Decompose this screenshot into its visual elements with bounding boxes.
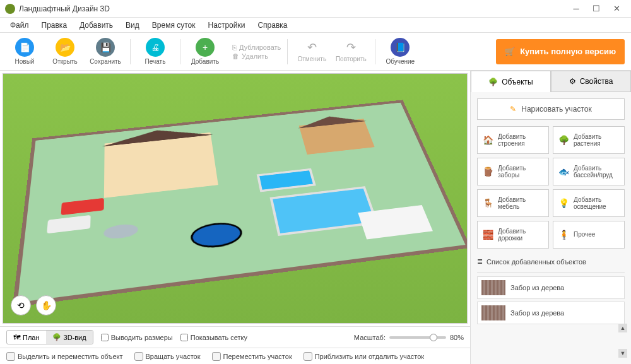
add-button[interactable]: + Добавить: [187, 35, 223, 68]
menu-view[interactable]: Вид: [121, 19, 144, 32]
move-plot-tool[interactable]: Переместить участок: [212, 352, 292, 361]
fountain: [103, 223, 138, 240]
buy-button[interactable]: 🛒 Купить полную версию: [496, 39, 625, 64]
category-icon: 🏠: [481, 134, 494, 146]
trash-icon: 🗑: [232, 52, 239, 60]
tab-objects[interactable]: 🌳Объекты: [471, 71, 551, 92]
minimize-button[interactable]: ─: [567, 3, 586, 15]
new-button[interactable]: 📄 Новый: [6, 35, 43, 68]
category-icon: 🧱: [481, 228, 494, 241]
category-label: Добавитьмебель: [498, 196, 526, 211]
draw-plot-button[interactable]: ✎Нарисовать участок: [477, 98, 625, 120]
add-object-button-0[interactable]: 🏠Добавитьстроения: [477, 126, 549, 154]
small-pool: [257, 168, 316, 192]
select-move-tool[interactable]: Выделить и переместить объект: [6, 352, 123, 361]
rotate-plot-tool[interactable]: Вращать участок: [134, 352, 201, 361]
pencil-icon: ✎: [510, 105, 516, 114]
car-white: [47, 215, 91, 233]
object-list-item[interactable]: Забор из дерева: [477, 276, 625, 299]
titlebar: Ландшафтный Дизайн 3D ─ ☐ ✕: [0, 0, 631, 18]
add-object-button-5[interactable]: 💡Добавитьосвещение: [553, 189, 625, 217]
category-icon: 🐟: [557, 165, 570, 178]
fence-thumb: [481, 280, 505, 295]
menu-settings[interactable]: Настройки: [203, 19, 251, 32]
undo-icon: ↶: [307, 40, 317, 56]
open-button[interactable]: 📂 Открыть: [47, 35, 83, 68]
separator: [130, 39, 131, 64]
save-icon: 💾: [96, 38, 115, 57]
orbit-tool[interactable]: ⟲: [11, 295, 31, 315]
scale-value: 80%: [450, 334, 464, 341]
close-button[interactable]: ✕: [607, 3, 626, 15]
side-panel: 🌳Объекты ⚙Свойства ✎Нарисовать участок 🏠…: [471, 71, 631, 364]
zoom-icon: [304, 352, 312, 361]
redo-button[interactable]: ↷ Повторить: [333, 40, 369, 62]
menu-file[interactable]: Файл: [5, 19, 34, 32]
guest-house: [299, 119, 375, 155]
separator: [287, 39, 288, 64]
cart-icon: 🛒: [505, 47, 515, 56]
car-red: [61, 198, 104, 216]
menu-time[interactable]: Время суток: [147, 19, 201, 32]
3d-view-button[interactable]: 🌳3D-вид: [46, 331, 93, 344]
menu-add[interactable]: Добавить: [74, 19, 118, 32]
maximize-button[interactable]: ☐: [587, 3, 606, 15]
category-label: Добавитьрастения: [574, 133, 601, 148]
tutorial-button[interactable]: 📘 Обучение: [382, 35, 418, 68]
duplicate-button[interactable]: ⎘Дублировать: [232, 44, 281, 51]
show-grid-checkbox[interactable]: Показывать сетку: [180, 334, 247, 341]
add-object-button-3[interactable]: 🐟Добавитьбассейн/пруд: [553, 158, 625, 185]
object-list-item[interactable]: Забор из дерева: [477, 302, 625, 324]
zoom-plot-tool[interactable]: Приблизить или отдалить участок: [304, 352, 424, 361]
add-object-button-6[interactable]: 🧱Добавитьдорожки: [477, 221, 549, 249]
category-label: Добавитьбассейн/пруд: [574, 165, 613, 179]
add-object-button-2[interactable]: 🪵Добавитьзаборы: [477, 158, 549, 185]
category-icon: 🪵: [481, 165, 494, 178]
category-icon: 🧍: [557, 228, 570, 241]
scale-label: Масштаб:: [354, 334, 386, 341]
trampoline: [190, 220, 245, 250]
tab-properties[interactable]: ⚙Свойства: [551, 71, 631, 92]
add-object-button-7[interactable]: 🧍Прочее: [553, 221, 625, 249]
plan-icon: 🗺: [13, 334, 20, 341]
scroll-up-button[interactable]: ▲: [618, 324, 627, 332]
show-dimensions-checkbox[interactable]: Выводить размеры: [101, 334, 173, 341]
gear-icon: ⚙: [569, 77, 576, 86]
copy-icon: ⎘: [232, 44, 237, 51]
category-label: Добавитьзаборы: [498, 165, 526, 179]
category-label: Добавитьстроения: [498, 133, 526, 148]
app-icon: [5, 4, 15, 14]
menu-help[interactable]: Справка: [252, 19, 292, 32]
separator: [375, 39, 375, 64]
viewport-3d[interactable]: ⟲ ✋: [3, 73, 468, 324]
main-house: [104, 132, 218, 197]
move-icon: [212, 352, 221, 361]
save-button[interactable]: 💾 Сохранить: [87, 35, 124, 68]
menubar: Файл Правка Добавить Вид Время суток Нас…: [0, 18, 631, 33]
pan-tool[interactable]: ✋: [36, 295, 56, 315]
scale-slider[interactable]: [389, 336, 446, 339]
add-object-button-1[interactable]: 🌳Добавитьрастения: [553, 126, 625, 154]
undo-button[interactable]: ↶ Отменить: [294, 40, 329, 62]
add-object-button-4[interactable]: 🪑Добавитьмебель: [477, 189, 549, 217]
menu-edit[interactable]: Правка: [37, 19, 73, 32]
separator: [180, 39, 180, 64]
yard-area: [13, 100, 468, 307]
object-list-header: ≣Список добавленных объектов: [477, 257, 625, 266]
redo-icon: ↷: [346, 40, 356, 56]
file-icon: 📄: [15, 38, 34, 57]
category-icon: 🌳: [557, 134, 570, 146]
rotate-icon: [134, 352, 143, 361]
pool: [269, 186, 378, 236]
print-button[interactable]: 🖨 Печать: [137, 35, 174, 68]
category-label: Добавитьосвещение: [574, 196, 606, 211]
object-label: Забор из дерева: [510, 309, 564, 317]
status-bar: Выделить и переместить объект Вращать уч…: [0, 348, 470, 364]
scroll-down-button[interactable]: ▼: [618, 349, 627, 358]
cursor-icon: [6, 352, 15, 361]
delete-button[interactable]: 🗑Удалить: [232, 52, 281, 60]
layers-icon: ≣: [477, 257, 483, 266]
plan-view-button[interactable]: 🗺План: [7, 331, 46, 344]
app-title: Ландшафтный Дизайн 3D: [19, 4, 567, 13]
category-label: Прочее: [574, 231, 595, 238]
